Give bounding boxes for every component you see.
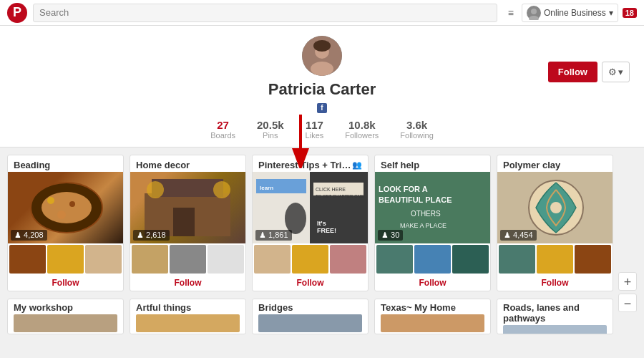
board-polymer-clay-title[interactable]: Polymer clay (497, 155, 613, 172)
board-roads-lanes[interactable]: Roads, lanes and pathways (497, 299, 613, 334)
thumb-1 (376, 245, 413, 274)
board-pinterest-tips: Pinterest Tips + Tricks Fo... 👥 learn CL… (252, 155, 369, 291)
svg-text:MAKE A PLACE: MAKE A PLACE (400, 222, 447, 229)
svg-point-17 (213, 181, 230, 198)
thumb-3 (85, 245, 122, 274)
board-selfhelp-image[interactable]: LOOK FOR A BEAUTIFUL PLACE OTHERS MAKE A… (375, 172, 491, 243)
profile-section: Patricia Carter f 27 Boards 20.5k Pins 1… (0, 26, 644, 147)
board-bridges[interactable]: Bridges (252, 299, 369, 334)
board-homedecor-thumbs (130, 243, 245, 275)
user-account-button[interactable]: Online Business ▾ (522, 4, 618, 22)
board-polymer-clay-thumbs (497, 243, 613, 275)
svg-text:FREE!: FREE! (317, 227, 336, 234)
board-pinterest-tips-image[interactable]: learn CLICK HERE TO GET CHAPTER ONE! It'… (253, 172, 369, 243)
thumb-2 (537, 245, 573, 274)
svg-text:TO GET CHAPTER ONE!: TO GET CHAPTER ONE! (316, 194, 365, 198)
svg-point-10 (47, 197, 54, 204)
red-arrow (279, 111, 322, 171)
followers-label: Followers (345, 131, 379, 140)
board-workshop[interactable]: My workshop (7, 299, 124, 334)
boards-label: Boards (210, 131, 235, 140)
thumb-1 (254, 245, 291, 274)
followers-count: 10.8k (345, 119, 379, 131)
polymer-clay-follow-button[interactable]: Follow (497, 275, 613, 291)
board-selfhelp-thumbs (375, 243, 490, 275)
svg-text:LOOK FOR A: LOOK FOR A (379, 185, 428, 193)
svg-point-12 (57, 211, 66, 219)
boards-count: 27 (210, 119, 235, 131)
svg-point-1 (529, 16, 539, 20)
board-polymer-clay-image[interactable]: ♟ 4,454 (497, 172, 613, 243)
board-selfhelp-title[interactable]: Self help (375, 155, 490, 172)
pinterest-logo[interactable]: P (7, 3, 27, 23)
header-right: ≡ Online Business ▾ 18 (504, 4, 637, 22)
homedecor-follow-button[interactable]: Follow (130, 275, 245, 291)
board-pinterest-tips-thumbs (253, 243, 368, 275)
svg-text:BEAUTIFUL PLACE: BEAUTIFUL PLACE (379, 195, 452, 204)
menu-icon-button[interactable]: ≡ (504, 6, 517, 20)
stat-boards[interactable]: 27 Boards (210, 119, 235, 140)
pinterest-tips-follow-button[interactable]: Follow (253, 275, 368, 291)
thumb-2 (47, 245, 84, 274)
board-beading-title[interactable]: Beading (8, 155, 123, 172)
profile-name: Patricia Carter (0, 80, 644, 99)
board-homedecor-image[interactable]: ♟ 2,618 (130, 172, 246, 243)
scroll-up-button[interactable]: + (618, 272, 637, 291)
thumb-3 (208, 245, 244, 274)
following-label: Following (400, 131, 433, 140)
svg-rect-15 (173, 208, 195, 236)
svg-text:OTHERS: OTHERS (411, 210, 441, 218)
thumb-3 (330, 245, 366, 274)
svg-point-9 (42, 192, 92, 223)
action-buttons: Follow ⚙ ▾ (548, 62, 630, 82)
stat-following[interactable]: 3.6k Following (400, 119, 433, 140)
thumb-3 (575, 245, 611, 274)
notification-badge[interactable]: 18 (623, 8, 637, 18)
collaborators-icon: 👥 (352, 160, 362, 170)
gear-icon: ⚙ (608, 67, 617, 77)
svg-point-16 (147, 181, 164, 198)
board-beading-thumbs (8, 243, 123, 275)
boards-container: Beading ♟ 4,208 Follow Home decor (0, 147, 644, 299)
thumb-2 (170, 245, 206, 274)
board-artful-things[interactable]: Artful things (130, 299, 246, 334)
search-input[interactable] (33, 4, 497, 22)
stat-followers[interactable]: 10.8k Followers (345, 119, 379, 140)
selfhelp-follow-button[interactable]: Follow (375, 275, 490, 291)
selfhelp-pin-count: ♟ 30 (378, 230, 403, 241)
thumb-1 (9, 245, 46, 274)
board-beading-image[interactable]: ♟ 4,208 (8, 172, 124, 243)
settings-button[interactable]: ⚙ ▾ (602, 62, 630, 82)
svg-point-5 (313, 40, 331, 52)
profile-social: f (0, 102, 644, 113)
thumb-3 (452, 245, 489, 274)
beading-follow-button[interactable]: Follow (8, 275, 123, 291)
following-count: 3.6k (400, 119, 433, 131)
user-account-name: Online Business (544, 8, 606, 18)
beading-pin-count: ♟ 4,208 (11, 230, 47, 241)
chevron-down-icon: ▾ (609, 8, 613, 18)
board-homedecor: Home decor ♟ 2,618 Follow (130, 155, 246, 291)
header: P ≡ Online Business ▾ 18 (0, 0, 644, 26)
svg-point-35 (550, 202, 562, 213)
user-avatar-small (527, 6, 541, 20)
svg-point-0 (531, 9, 537, 14)
svg-text:It's: It's (317, 220, 326, 227)
chevron-icon: ▾ (618, 67, 623, 77)
board-selfhelp: Self help LOOK FOR A BEAUTIFUL PLACE OTH… (374, 155, 491, 291)
stats-row: 27 Boards 20.5k Pins 117 Likes 10.8k Fol… (0, 119, 644, 140)
svg-point-4 (311, 62, 333, 76)
thumb-1 (132, 245, 168, 274)
board-beading: Beading ♟ 4,208 Follow (7, 155, 124, 291)
board-homedecor-title[interactable]: Home decor (130, 155, 245, 172)
pinterest-tips-pin-count: ♟ 1,861 (255, 230, 292, 241)
svg-text:learn: learn (260, 185, 273, 191)
follow-button[interactable]: Follow (548, 62, 597, 82)
svg-text:CLICK HERE: CLICK HERE (316, 187, 346, 192)
board-texas-home[interactable]: Texas~ My Home (374, 299, 491, 334)
thumb-1 (499, 245, 535, 274)
scroll-down-button[interactable]: − (618, 294, 637, 312)
board-polymer-clay: Polymer clay ♟ 4,454 Follow (497, 155, 613, 291)
thumb-2 (414, 245, 451, 274)
profile-avatar (302, 36, 342, 76)
